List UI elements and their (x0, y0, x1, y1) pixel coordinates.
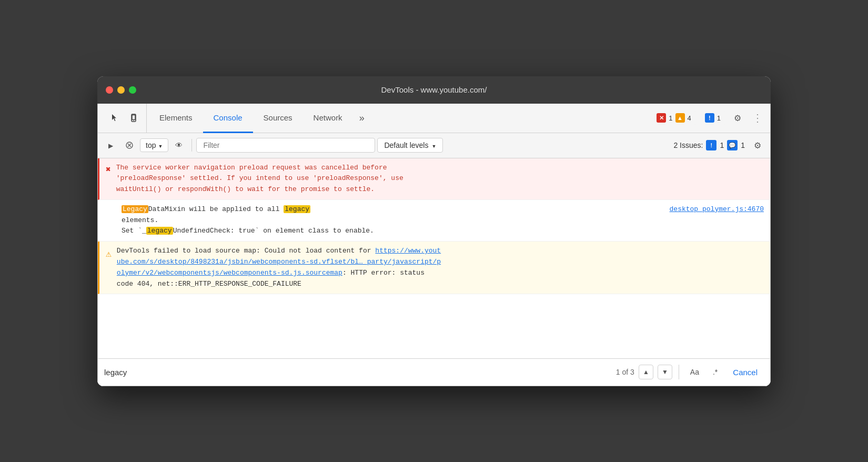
issues-chat-icon: 💬 (727, 140, 738, 150)
toolbar-separator (191, 139, 192, 152)
error-count: 1 (669, 114, 672, 122)
console-toolbar: top Default levels 2 Issues: ! 1 💬 1 (98, 133, 770, 158)
error-entry-icon: ✖ (106, 164, 111, 177)
warning-entry-content: DevTools failed to load source map: Coul… (117, 246, 764, 289)
clear-console-button[interactable] (121, 137, 138, 154)
devtools-body: Elements Console Sources Network » ✕ (97, 104, 771, 386)
console-entry-warning: ⚠ DevTools failed to load source map: Co… (98, 242, 770, 294)
chevron-down-icon (431, 141, 436, 149)
search-cancel-button[interactable]: Cancel (726, 366, 764, 379)
error-badge-button[interactable]: ✕ 1 ▲ 4 (651, 111, 696, 125)
console-entry-error: ✖ The service worker navigation preload … (98, 158, 770, 200)
tab-bar: Elements Console Sources Network » ✕ (98, 104, 770, 133)
chevron-down-icon (158, 141, 163, 149)
title-bar: DevTools - www.youtube.com/ (97, 76, 771, 104)
tab-elements[interactable]: Elements (149, 104, 203, 133)
tab-network[interactable]: Network (303, 104, 353, 133)
search-next-button[interactable]: ▼ (658, 365, 672, 379)
console-entry-info: LegacyDataMixin will be applied to all l… (98, 200, 770, 242)
search-input[interactable] (104, 368, 612, 377)
tab-icons (102, 104, 147, 133)
tab-sources[interactable]: Sources (253, 104, 303, 133)
tabs-more-button[interactable]: » (353, 104, 371, 133)
warning-count: 4 (688, 114, 691, 122)
svg-rect-1 (132, 115, 135, 120)
tab-right-actions: ✕ 1 ▲ 4 ! 1 (651, 109, 766, 126)
entry-source-link[interactable]: desktop_polymer.js:4670 (659, 204, 764, 215)
search-count: 1 of 3 (616, 368, 634, 376)
tab-console[interactable]: Console (203, 104, 253, 133)
console-content: ✖ The service worker navigation preload … (98, 158, 770, 358)
settings-icon[interactable] (729, 109, 746, 126)
mobile-icon[interactable] (125, 109, 142, 126)
minimize-button[interactable] (117, 86, 125, 94)
run-script-button[interactable] (102, 137, 119, 154)
warning-entry-icon: ⚠ (106, 247, 112, 262)
error-entry-content: The service worker navigation preload re… (116, 163, 764, 195)
svg-point-2 (133, 120, 134, 121)
console-settings-icon[interactable] (749, 137, 766, 154)
context-selector[interactable]: top (140, 138, 168, 152)
warning-icon: ▲ (675, 113, 685, 123)
search-bar: 1 of 3 ▲ ▼ Aa .* Cancel (98, 358, 770, 386)
issues-badge-button[interactable]: ! 1 (700, 111, 726, 125)
search-separator (679, 365, 679, 379)
case-sensitive-button[interactable]: Aa (685, 365, 704, 379)
more-options-icon[interactable] (749, 109, 766, 126)
fullscreen-button[interactable] (129, 86, 136, 94)
search-prev-button[interactable]: ▲ (639, 365, 653, 379)
regex-button[interactable]: .* (708, 365, 722, 379)
window-title: DevTools - www.youtube.com/ (381, 85, 487, 94)
close-button[interactable] (106, 86, 113, 94)
highlight-legacy-inline: legacy (146, 227, 173, 235)
log-levels-button[interactable]: Default levels (377, 138, 443, 153)
devtools-window: DevTools - www.youtube.com/ Elements Con… (97, 76, 771, 386)
filter-input[interactable] (196, 138, 375, 153)
highlight-legacy-yellow: legacy (284, 205, 310, 213)
issues-section: 2 Issues: ! 1 💬 1 (673, 140, 745, 150)
eye-icon-button[interactable] (170, 137, 187, 154)
traffic-lights (106, 86, 136, 94)
issues-count: 1 (717, 114, 721, 122)
issues-warning-icon: ! (706, 140, 716, 150)
tabs-container: Elements Console Sources Network » (149, 104, 651, 133)
info-entry-content: LegacyDataMixin will be applied to all l… (122, 204, 659, 237)
cursor-icon[interactable] (106, 109, 123, 126)
issues-icon: ! (705, 113, 714, 123)
error-icon: ✕ (657, 113, 666, 123)
highlight-legacy-orange: Legacy (122, 205, 148, 213)
